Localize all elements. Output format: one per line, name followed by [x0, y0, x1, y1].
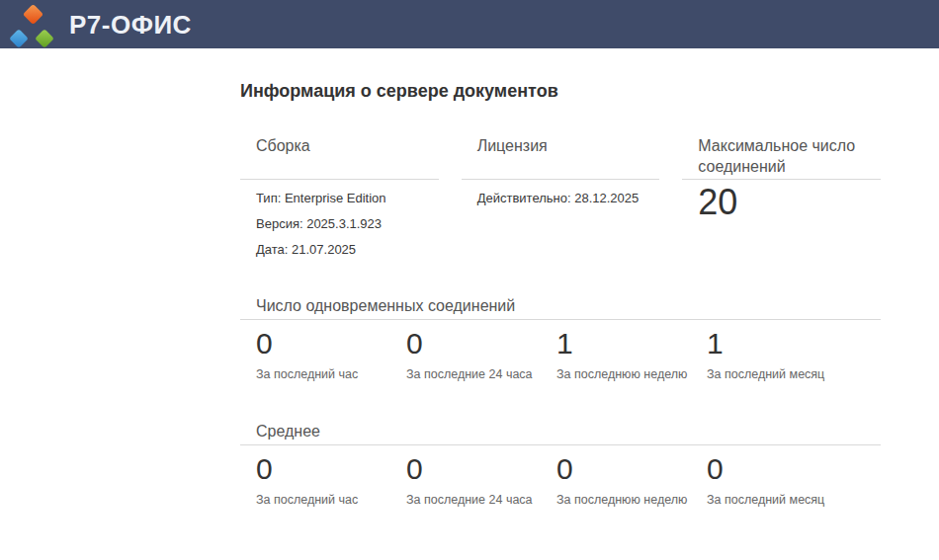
- stat-label: За последние 24 часа: [406, 367, 556, 382]
- brand-name: Р7-ОФИС: [69, 2, 192, 47]
- stat-last-week: 0 За последнюю неделю: [556, 445, 707, 508]
- stat-label: За последний месяц: [707, 367, 857, 382]
- page-title: Информация о сервере документов: [240, 81, 881, 102]
- stat-value: 1: [707, 328, 857, 360]
- build-card: Сборка Тип: Enterprise Edition Версия: 2…: [240, 135, 439, 257]
- stat-label: За последний час: [256, 493, 406, 508]
- stat-value: 0: [256, 453, 406, 485]
- stat-label: За последние 24 часа: [406, 493, 556, 508]
- app-header: Р7-ОФИС: [0, 0, 939, 48]
- stat-value: 0: [406, 328, 556, 360]
- concurrent-connections-stats: 0 За последний час 0 За последние 24 час…: [240, 320, 881, 382]
- stat-label: За последний месяц: [707, 493, 857, 508]
- server-info-grid: Сборка Тип: Enterprise Edition Версия: 2…: [240, 135, 881, 257]
- max-connections-card: Максимальное число соединений 20: [682, 135, 881, 257]
- concurrent-connections-section: Число одновременных соединений 0 За посл…: [240, 296, 881, 382]
- stat-last-month: 0 За последний месяц: [707, 445, 857, 508]
- stat-last-hour: 0 За последний час: [256, 320, 406, 382]
- stat-last-24-hours: 0 За последние 24 часа: [406, 445, 556, 508]
- logo-diamond-red-icon: [23, 3, 43, 24]
- build-card-title: Сборка: [240, 135, 439, 180]
- average-section-title: Среднее: [240, 422, 881, 445]
- stat-label: За последний час: [256, 367, 406, 382]
- stat-last-month: 1 За последний месяц: [707, 320, 857, 382]
- concurrent-connections-title: Число одновременных соединений: [240, 296, 881, 320]
- logo-diamond-blue-icon: [9, 29, 29, 48]
- stat-last-week: 1 За последнюю неделю: [556, 320, 707, 382]
- stat-value: 1: [556, 328, 707, 360]
- stat-label: За последнюю неделю: [556, 367, 707, 382]
- stat-value: 0: [406, 453, 556, 485]
- r7-logo-icon: [8, 2, 61, 47]
- build-version: Версия: 2025.3.1.923: [240, 205, 439, 231]
- stat-last-hour: 0 За последний час: [256, 445, 406, 508]
- average-section: Среднее 0 За последний час 0 За последни…: [240, 422, 881, 508]
- build-date: Дата: 21.07.2025: [240, 231, 439, 257]
- stat-value: 0: [707, 453, 857, 485]
- max-connections-title: Максимальное число соединений: [682, 135, 881, 180]
- max-connections-value: 20: [682, 180, 881, 221]
- logo-diamond-green-icon: [35, 29, 54, 48]
- license-valid-until: Действительно: 28.12.2025: [462, 180, 660, 205]
- stat-value: 0: [256, 328, 406, 360]
- main-content: Информация о сервере документов Сборка Т…: [240, 81, 881, 508]
- stat-label: За последнюю неделю: [556, 493, 707, 508]
- r7-office-logo[interactable]: Р7-ОФИС: [8, 2, 192, 47]
- license-card: Лицензия Действительно: 28.12.2025: [462, 135, 660, 257]
- license-card-title: Лицензия: [462, 135, 660, 180]
- build-type: Тип: Enterprise Edition: [240, 180, 439, 205]
- average-stats: 0 За последний час 0 За последние 24 час…: [240, 445, 881, 508]
- stat-value: 0: [556, 453, 707, 485]
- stat-last-24-hours: 0 За последние 24 часа: [406, 320, 556, 382]
